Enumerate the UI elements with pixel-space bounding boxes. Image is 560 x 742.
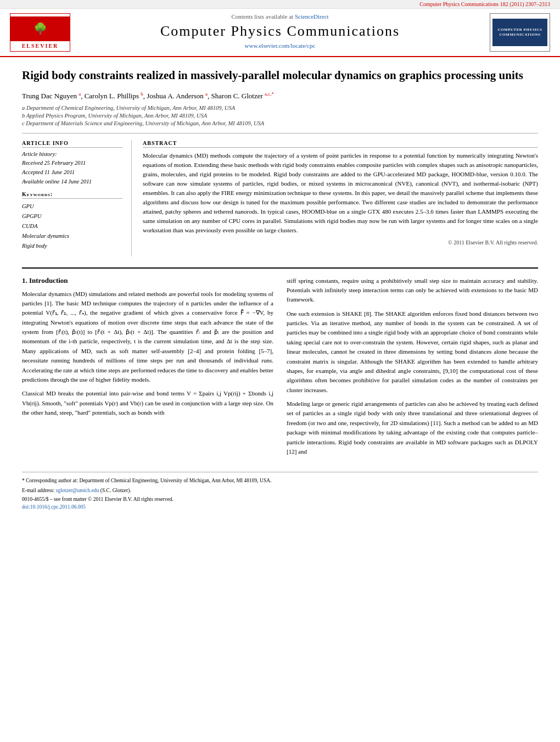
body-content: 1. Introduction Molecular dynamics (MD) …: [22, 267, 538, 461]
issn-text: 0010-4655/$ – see front matter © 2011 El…: [22, 496, 173, 502]
affiliation-b: b Applied Physics Program, University of…: [22, 113, 538, 119]
journal-logo-text: COMPUTER PHYSICSCOMMUNICATIONS: [497, 26, 544, 38]
journal-title-header: Computer Physics Communications: [81, 23, 479, 40]
elsevier-tree-icon: 🌳: [33, 23, 47, 34]
header-center: Contents lists available at ScienceDirec…: [70, 13, 490, 49]
keyword-cuda: CUDA: [22, 221, 122, 231]
header-top-bar: 🌳 ELSEVIER Contents lists available at S…: [0, 13, 560, 56]
citation-text: Computer Physics Communications 182 (201…: [419, 1, 550, 7]
keyword-md: Molecular dynamics: [22, 231, 122, 241]
body-col-right: stiff spring constants, require using a …: [287, 276, 538, 461]
section1-right-para2: One such extension is SHAKE [8]. The SHA…: [287, 309, 538, 395]
article-meta-section: ARTICLE INFO Article history: Received 2…: [22, 140, 538, 256]
keyword-rigid: Rigid body: [22, 241, 122, 251]
keywords-label: Keywords:: [22, 191, 122, 199]
elsevier-logo: 🌳 ELSEVIER: [10, 13, 70, 52]
email-label: E-mail address:: [22, 488, 56, 493]
science-direct-text[interactable]: ScienceDirect: [295, 13, 329, 20]
journal-logo-box: COMPUTER PHYSICSCOMMUNICATIONS: [490, 13, 550, 52]
accepted-date: Accepted 11 June 2011: [22, 169, 122, 177]
affiliation-a: a Department of Chemical Engineering, Un…: [22, 105, 538, 111]
received-date: Received 25 February 2011: [22, 159, 122, 168]
email-footnote: E-mail address: sglotzer@umich.edu (S.C.…: [22, 487, 538, 494]
abstract-text: Molecular dynamics (MD) methods compute …: [143, 151, 538, 235]
journal-header: 🌳 ELSEVIER Contents lists available at S…: [0, 9, 560, 57]
authors: Trung Dac Nguyen a, Carolyn L. Phillips …: [22, 91, 538, 100]
keywords-list: GPU GPGPU CUDA Molecular dynamics Rigid …: [22, 202, 122, 250]
keyword-gpu: GPU: [22, 202, 122, 211]
main-content: Rigid body constraints realized in massi…: [0, 57, 560, 521]
article-info-section: ARTICLE INFO Article history: Received 2…: [22, 140, 122, 186]
elsevier-logo-top: 🌳: [10, 16, 70, 41]
body-two-col: 1. Introduction Molecular dynamics (MD) …: [22, 276, 538, 461]
section1-para1: Molecular dynamics (MD) simulations and …: [22, 289, 273, 385]
section1-para2: Classical MD breaks the potential into p…: [22, 389, 273, 417]
article-info-label: ARTICLE INFO: [22, 140, 122, 148]
available-date: Available online 14 June 2011: [22, 178, 122, 186]
doi-line: doi:10.1016/j.cpc.2011.06.005: [22, 504, 538, 510]
article-title: Rigid body constraints realized in massi…: [22, 68, 538, 83]
email-name: (S.C. Glotzer).: [100, 488, 131, 493]
email-link[interactable]: sglotzer@umich.edu: [56, 488, 99, 493]
footer-section: * Corresponding author at: Department of…: [22, 472, 538, 510]
history-label: Article history:: [22, 150, 122, 159]
keywords-section: Keywords: GPU GPGPU CUDA Molecular dynam…: [22, 191, 122, 250]
science-direct-link: Contents lists available at ScienceDirec…: [81, 13, 479, 20]
citation-bar: Computer Physics Communications 182 (201…: [0, 0, 560, 9]
abstract-label: ABSTRACT: [143, 140, 538, 148]
journal-logo-inner: COMPUTER PHYSICSCOMMUNICATIONS: [492, 19, 547, 46]
contents-text: Contents lists available at: [231, 13, 293, 20]
affiliation-c: c Department of Materials Science and En…: [22, 120, 538, 126]
article-info-col: ARTICLE INFO Article history: Received 2…: [22, 140, 132, 256]
elsevier-label: ELSEVIER: [22, 43, 59, 49]
issn-line: 0010-4655/$ – see front matter © 2011 El…: [22, 496, 538, 502]
divider: [22, 133, 538, 133]
body-col-left: 1. Introduction Molecular dynamics (MD) …: [22, 276, 273, 461]
abstract-col: ABSTRACT Molecular dynamics (MD) methods…: [143, 140, 538, 256]
corresponding-author: * Corresponding author at: Department of…: [22, 477, 538, 484]
doi-link[interactable]: doi:10.1016/j.cpc.2011.06.005: [22, 504, 86, 510]
journal-url[interactable]: www.elsevier.com/locate/cpc: [81, 42, 479, 49]
section1-heading: 1. Introduction: [22, 276, 273, 285]
section1-right-para1: stiff spring constants, require using a …: [287, 276, 538, 305]
page: Computer Physics Communications 182 (201…: [0, 0, 560, 742]
keyword-gpgpu: GPGPU: [22, 211, 122, 221]
authors-text: Trung Dac Nguyen a, Carolyn L. Phillips …: [22, 92, 274, 100]
section1-right-para3: Modeling large or generic rigid arrangem…: [287, 399, 538, 456]
copyright-line: © 2011 Elsevier B.V. All rights reserved…: [143, 239, 538, 246]
